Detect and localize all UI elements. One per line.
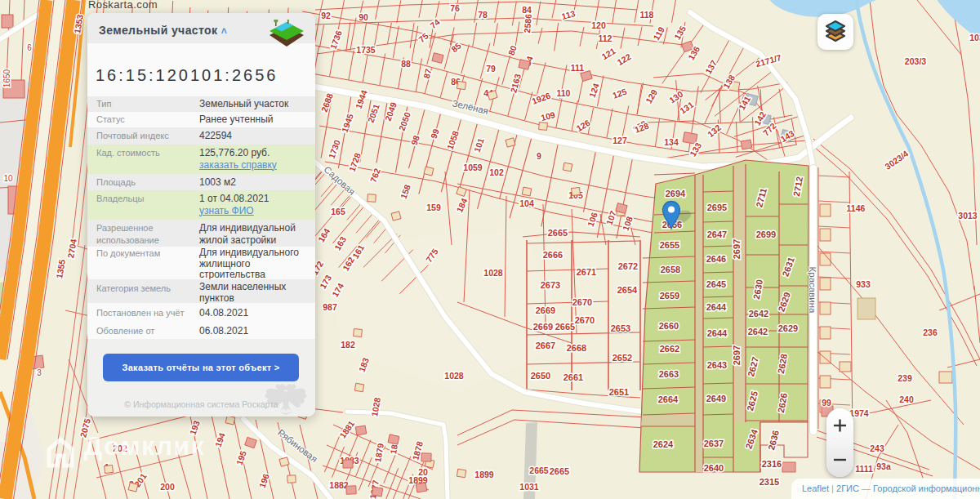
- svg-text:2651: 2651: [609, 387, 629, 397]
- svg-text:2665: 2665: [548, 228, 568, 238]
- svg-text:2649: 2649: [706, 394, 726, 403]
- svg-text:120: 120: [591, 20, 606, 30]
- svg-text:127: 127: [612, 136, 627, 145]
- svg-text:2670: 2670: [572, 297, 592, 307]
- svg-text:2644: 2644: [706, 302, 727, 312]
- svg-text:2695: 2695: [707, 203, 727, 212]
- svg-text:2673: 2673: [541, 280, 560, 290]
- svg-text:2697: 2697: [732, 239, 742, 259]
- svg-text:93a: 93a: [876, 461, 891, 471]
- svg-text:88: 88: [401, 59, 411, 69]
- svg-text:99: 99: [822, 398, 831, 408]
- svg-text:2697: 2697: [732, 345, 742, 365]
- svg-text:2662: 2662: [660, 344, 679, 354]
- svg-text:2315: 2315: [760, 477, 779, 487]
- svg-text:2663: 2663: [659, 369, 679, 379]
- svg-text:2670: 2670: [575, 315, 595, 325]
- svg-text:2624: 2624: [653, 439, 674, 449]
- svg-text:104: 104: [519, 198, 534, 208]
- svg-text:2645: 2645: [706, 279, 726, 289]
- svg-text:933: 933: [856, 279, 871, 289]
- svg-text:1735: 1735: [356, 45, 376, 55]
- svg-text:111: 111: [571, 63, 585, 73]
- svg-text:1031: 1031: [519, 482, 539, 492]
- svg-text:2669: 2669: [536, 305, 555, 315]
- svg-text:200: 200: [160, 482, 175, 492]
- svg-text:2646: 2646: [706, 254, 726, 264]
- svg-text:1650: 1650: [2, 69, 11, 87]
- svg-text:2652: 2652: [612, 353, 632, 363]
- svg-text:1899: 1899: [474, 470, 494, 479]
- svg-text:103: 103: [969, 33, 980, 42]
- svg-text:1028: 1028: [483, 268, 503, 278]
- svg-text:2667: 2667: [536, 341, 555, 350]
- svg-text:1882: 1882: [329, 480, 349, 490]
- svg-text:2653: 2653: [611, 323, 630, 333]
- svg-text:6: 6: [27, 43, 32, 52]
- svg-text:2699: 2699: [756, 229, 776, 239]
- svg-text:Красавина: Красавина: [808, 267, 817, 314]
- svg-text:3: 3: [37, 368, 42, 377]
- svg-text:134: 134: [664, 137, 679, 147]
- svg-text:1028: 1028: [444, 371, 464, 381]
- svg-text:2665: 2665: [550, 466, 569, 476]
- svg-text:79: 79: [486, 64, 496, 74]
- svg-text:2640: 2640: [704, 463, 724, 473]
- svg-text:2642: 2642: [749, 309, 768, 319]
- svg-text:2644: 2644: [707, 328, 728, 338]
- svg-text:2655: 2655: [660, 240, 679, 250]
- svg-text:2664: 2664: [658, 394, 679, 404]
- svg-text:102: 102: [489, 167, 504, 177]
- svg-text:2659: 2659: [660, 291, 679, 301]
- svg-text:110: 110: [557, 88, 571, 98]
- svg-text:2668: 2668: [567, 343, 586, 353]
- svg-text:203/3: 203/3: [905, 56, 926, 66]
- svg-text:90: 90: [359, 12, 368, 22]
- svg-text:2629: 2629: [778, 323, 798, 333]
- svg-text:2661: 2661: [564, 372, 583, 382]
- svg-text:118: 118: [640, 10, 654, 20]
- svg-text:1146: 1146: [847, 203, 866, 213]
- svg-text:2694: 2694: [666, 189, 686, 198]
- svg-text:2666: 2666: [543, 250, 563, 260]
- svg-text:1111: 1111: [855, 464, 873, 474]
- svg-text:2665: 2665: [555, 322, 575, 332]
- svg-text:987: 987: [323, 302, 337, 312]
- svg-text:78: 78: [478, 10, 488, 20]
- svg-text:182: 182: [341, 340, 355, 350]
- svg-text:3013: 3013: [958, 211, 978, 221]
- svg-text:76: 76: [450, 3, 460, 13]
- svg-text:2672: 2672: [618, 261, 638, 271]
- svg-text:2647: 2647: [707, 229, 727, 239]
- svg-text:84: 84: [522, 5, 532, 15]
- svg-text:236: 236: [923, 327, 938, 337]
- svg-text:2671: 2671: [577, 267, 596, 277]
- svg-text:165: 165: [331, 207, 345, 216]
- svg-text:9: 9: [537, 151, 541, 161]
- svg-text:2586: 2586: [522, 13, 533, 33]
- svg-text:2658: 2658: [661, 265, 680, 274]
- svg-text:2642: 2642: [748, 327, 768, 336]
- svg-text:243: 243: [870, 443, 884, 453]
- svg-text:10: 10: [3, 174, 13, 183]
- svg-text:92: 92: [321, 11, 331, 20]
- svg-text:240: 240: [899, 394, 914, 404]
- svg-text:2637: 2637: [704, 439, 724, 448]
- svg-text:2654: 2654: [617, 285, 638, 295]
- svg-text:2665: 2665: [529, 466, 549, 475]
- svg-text:2643: 2643: [707, 360, 727, 370]
- svg-text:2316: 2316: [762, 459, 782, 469]
- svg-text:2660: 2660: [659, 321, 679, 331]
- svg-text:239: 239: [898, 373, 912, 383]
- svg-text:1059: 1059: [463, 163, 483, 172]
- svg-text:159: 159: [426, 203, 441, 212]
- svg-text:2669: 2669: [533, 322, 553, 332]
- svg-text:112: 112: [599, 33, 612, 43]
- svg-text:2650: 2650: [531, 371, 550, 381]
